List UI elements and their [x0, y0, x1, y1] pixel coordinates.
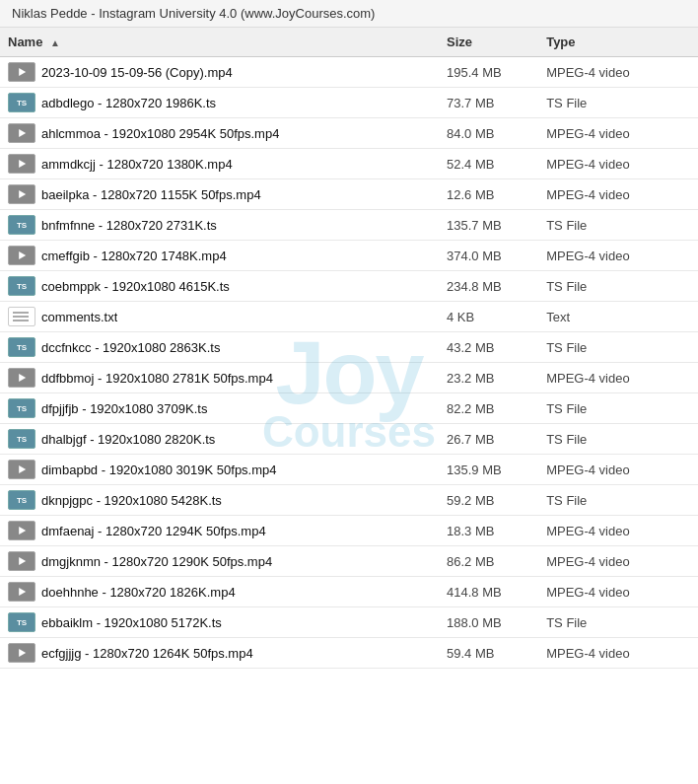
file-name: dccfnkcc - 1920x1080 2863K.ts: [41, 340, 220, 355]
file-name: ecfgjjjg - 1280x720 1264K 50fps.mp4: [41, 646, 253, 661]
cell-name: dmfaenaj - 1280x720 1294K 50fps.mp4: [0, 516, 439, 546]
cell-size: 59.4 MB: [439, 638, 538, 669]
file-name: adbdlego - 1280x720 1986K.ts: [41, 96, 216, 110]
cell-type: Text: [538, 302, 698, 332]
table-row[interactable]: dknpjgpc - 1920x1080 5428K.ts 59.2 MB TS…: [0, 485, 698, 516]
file-name: coebmppk - 1920x1080 4615K.ts: [41, 279, 230, 294]
table-row[interactable]: adbdlego - 1280x720 1986K.ts 73.7 MB TS …: [0, 88, 698, 118]
cell-name: dimbapbd - 1920x1080 3019K 50fps.mp4: [0, 455, 439, 485]
table-row[interactable]: ammdkcjj - 1280x720 1380K.mp4 52.4 MB MP…: [0, 149, 698, 179]
cell-name: ammdkcjj - 1280x720 1380K.mp4: [0, 149, 439, 179]
cell-size: 43.2 MB: [439, 332, 538, 363]
table-row[interactable]: doehhnhe - 1280x720 1826K.mp4 414.8 MB M…: [0, 577, 698, 607]
cell-size: 234.8 MB: [439, 271, 538, 302]
table-row[interactable]: dccfnkcc - 1920x1080 2863K.ts 43.2 MB TS…: [0, 332, 698, 363]
cell-size: 195.4 MB: [439, 57, 538, 88]
video-icon: [8, 521, 35, 540]
cell-name: baeilpka - 1280x720 1155K 50fps.mp4: [0, 179, 439, 210]
cell-type: MPEG-4 video: [538, 241, 698, 271]
table-row[interactable]: cmeffgib - 1280x720 1748K.mp4 374.0 MB M…: [0, 241, 698, 271]
table-row[interactable]: ddfbbmoj - 1920x1080 2781K 50fps.mp4 23.…: [0, 363, 698, 393]
title-text: Niklas Pedde - Instagram University 4.0 …: [12, 6, 375, 21]
cell-size: 23.2 MB: [439, 363, 538, 393]
cell-type: TS File: [538, 393, 698, 424]
video-icon: [8, 184, 35, 204]
cell-size: 4 KB: [439, 302, 538, 332]
cell-type: MPEG-4 video: [538, 57, 698, 88]
cell-type: MPEG-4 video: [538, 546, 698, 577]
ts-icon: [8, 276, 35, 296]
table-row[interactable]: comments.txt 4 KB Text: [0, 302, 698, 332]
video-icon: [8, 154, 35, 174]
table-row[interactable]: baeilpka - 1280x720 1155K 50fps.mp4 12.6…: [0, 179, 698, 210]
table-row[interactable]: dimbapbd - 1920x1080 3019K 50fps.mp4 135…: [0, 455, 698, 485]
column-name[interactable]: Name ▲: [0, 28, 439, 57]
cell-size: 188.0 MB: [439, 607, 538, 638]
cell-type: MPEG-4 video: [538, 638, 698, 669]
video-icon: [8, 643, 35, 663]
ts-icon: [8, 612, 35, 632]
cell-name: coebmppk - 1920x1080 4615K.ts: [0, 271, 439, 302]
table-row[interactable]: 2023-10-09 15-09-56 (Copy).mp4 195.4 MB …: [0, 57, 698, 88]
cell-name: dhalbjgf - 1920x1080 2820K.ts: [0, 424, 439, 455]
ts-icon: [8, 490, 35, 510]
cell-type: MPEG-4 video: [538, 118, 698, 149]
ts-icon: [8, 93, 35, 112]
table-row[interactable]: bnfmfnne - 1280x720 2731K.ts 135.7 MB TS…: [0, 210, 698, 241]
column-size[interactable]: Size: [439, 28, 538, 57]
table-row[interactable]: dfpjjfjb - 1920x1080 3709K.ts 82.2 MB TS…: [0, 393, 698, 424]
video-icon: [8, 460, 35, 479]
file-name: ddfbbmoj - 1920x1080 2781K 50fps.mp4: [41, 371, 273, 386]
cell-size: 52.4 MB: [439, 149, 538, 179]
file-name: cmeffgib - 1280x720 1748K.mp4: [41, 249, 227, 263]
cell-type: MPEG-4 video: [538, 149, 698, 179]
cell-size: 414.8 MB: [439, 577, 538, 607]
cell-size: 84.0 MB: [439, 118, 538, 149]
file-name: baeilpka - 1280x720 1155K 50fps.mp4: [41, 187, 261, 202]
cell-name: doehhnhe - 1280x720 1826K.mp4: [0, 577, 439, 607]
video-icon: [8, 62, 35, 82]
table-row[interactable]: coebmppk - 1920x1080 4615K.ts 234.8 MB T…: [0, 271, 698, 302]
column-type[interactable]: Type: [538, 28, 698, 57]
file-name: dmfaenaj - 1280x720 1294K 50fps.mp4: [41, 524, 266, 538]
cell-name: comments.txt: [0, 302, 439, 332]
cell-size: 82.2 MB: [439, 393, 538, 424]
cell-type: MPEG-4 video: [538, 577, 698, 607]
file-name: dmgjknmn - 1280x720 1290K 50fps.mp4: [41, 554, 272, 569]
file-name: ammdkcjj - 1280x720 1380K.mp4: [41, 157, 233, 172]
table-row[interactable]: ecfgjjjg - 1280x720 1264K 50fps.mp4 59.4…: [0, 638, 698, 669]
file-name: dimbapbd - 1920x1080 3019K 50fps.mp4: [41, 463, 277, 477]
cell-type: MPEG-4 video: [538, 363, 698, 393]
cell-type: TS File: [538, 88, 698, 118]
title-bar: Niklas Pedde - Instagram University 4.0 …: [0, 0, 698, 28]
cell-name: dfpjjfjb - 1920x1080 3709K.ts: [0, 393, 439, 424]
cell-type: TS File: [538, 607, 698, 638]
ts-icon: [8, 215, 35, 235]
table-header-row: Name ▲ Size Type: [0, 28, 698, 57]
video-icon: [8, 582, 35, 602]
txt-icon: [8, 307, 35, 326]
cell-name: ecfgjjjg - 1280x720 1264K 50fps.mp4: [0, 638, 439, 669]
cell-size: 18.3 MB: [439, 516, 538, 546]
ts-icon: [8, 337, 35, 357]
table-row[interactable]: dmfaenaj - 1280x720 1294K 50fps.mp4 18.3…: [0, 516, 698, 546]
file-name: doehhnhe - 1280x720 1826K.mp4: [41, 585, 236, 600]
table-row[interactable]: ebbaiklm - 1920x1080 5172K.ts 188.0 MB T…: [0, 607, 698, 638]
file-name: dfpjjfjb - 1920x1080 3709K.ts: [41, 401, 207, 416]
cell-type: MPEG-4 video: [538, 516, 698, 546]
file-name: 2023-10-09 15-09-56 (Copy).mp4: [41, 65, 233, 80]
cell-name: bnfmfnne - 1280x720 2731K.ts: [0, 210, 439, 241]
video-icon: [8, 551, 35, 571]
ts-icon: [8, 398, 35, 418]
cell-name: dmgjknmn - 1280x720 1290K 50fps.mp4: [0, 546, 439, 577]
cell-type: TS File: [538, 424, 698, 455]
video-icon: [8, 246, 35, 265]
file-name: dhalbjgf - 1920x1080 2820K.ts: [41, 432, 215, 447]
cell-name: cmeffgib - 1280x720 1748K.mp4: [0, 241, 439, 271]
table-row[interactable]: dhalbjgf - 1920x1080 2820K.ts 26.7 MB TS…: [0, 424, 698, 455]
table-row[interactable]: ahlcmmoa - 1920x1080 2954K 50fps.mp4 84.…: [0, 118, 698, 149]
cell-size: 59.2 MB: [439, 485, 538, 516]
video-icon: [8, 123, 35, 143]
table-row[interactable]: dmgjknmn - 1280x720 1290K 50fps.mp4 86.2…: [0, 546, 698, 577]
cell-name: 2023-10-09 15-09-56 (Copy).mp4: [0, 57, 439, 88]
